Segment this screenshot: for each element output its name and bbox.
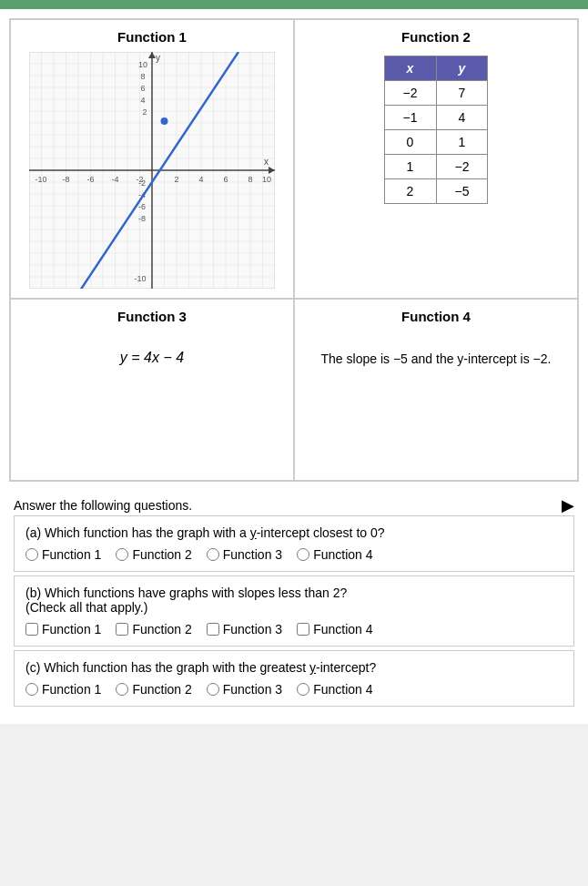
question-c-radio3[interactable] <box>207 683 219 696</box>
instructions-text: Answer the following questions. <box>14 498 192 513</box>
function4-description: The slope is −5 and the y-intercept is −… <box>321 350 552 369</box>
question-a-radio2[interactable] <box>116 548 128 561</box>
question-c-label3: Function 3 <box>223 682 282 697</box>
table-row: 1 −2 <box>384 155 488 179</box>
question-c-block: (c) Which function has the graph with th… <box>14 650 574 707</box>
svg-text:-4: -4 <box>111 175 118 184</box>
question-b-label1: Function 1 <box>42 622 101 636</box>
svg-text:-2: -2 <box>138 178 146 188</box>
question-c-options: Function 1 Function 2 Function 3 Functio… <box>25 682 563 697</box>
question-b-block: (b) Which functions have graphs with slo… <box>14 575 574 647</box>
question-b-label2: Function 2 <box>132 622 191 636</box>
functions-grid: Function 1 <box>9 18 579 482</box>
question-b-text: (b) Which functions have graphs with slo… <box>25 586 563 615</box>
table-row: −2 7 <box>384 81 488 106</box>
svg-text:2: 2 <box>174 175 178 184</box>
function1-graph-container: x y -10 -8 -6 -4 -2 2 4 6 8 10 10 8 <box>20 52 284 289</box>
question-a-option3[interactable]: Function 3 <box>207 547 282 562</box>
main-container: Function 1 <box>0 9 588 724</box>
question-b-option1[interactable]: Function 1 <box>25 622 101 636</box>
question-c-text: (c) Which function has the graph with th… <box>25 660 563 675</box>
question-a-label1: Function 1 <box>42 547 101 562</box>
question-c-option4[interactable]: Function 4 <box>297 682 372 697</box>
question-a-radio1[interactable] <box>25 548 38 561</box>
question-a-radio3[interactable] <box>207 548 219 561</box>
function1-title: Function 1 <box>117 29 187 45</box>
question-c-radio4[interactable] <box>297 683 309 696</box>
questions-section: Answer the following questions. ▶ (a) Wh… <box>9 491 579 715</box>
question-a-option1[interactable]: Function 1 <box>25 547 101 562</box>
table-row: 2 −5 <box>384 179 488 204</box>
svg-point-66 <box>161 117 168 125</box>
question-c-label2: Function 2 <box>132 682 191 697</box>
svg-text:8: 8 <box>140 72 145 81</box>
question-b-option4[interactable]: Function 4 <box>297 622 372 636</box>
table-cell: 0 <box>384 130 436 155</box>
question-c-label4: Function 4 <box>313 682 372 697</box>
question-a-option2[interactable]: Function 2 <box>116 547 191 562</box>
question-a-label2: Function 2 <box>132 547 191 562</box>
svg-text:2: 2 <box>142 107 147 117</box>
question-c-radio2[interactable] <box>116 683 128 696</box>
table-cell: −2 <box>436 155 488 179</box>
svg-text:10: 10 <box>262 175 271 184</box>
table-row: −1 4 <box>384 106 488 130</box>
table-cell: −1 <box>384 106 436 130</box>
table-cell: 1 <box>384 155 436 179</box>
svg-text:4: 4 <box>198 175 203 184</box>
question-b-label4: Function 4 <box>313 622 372 636</box>
function3-equation: y = 4x − 4 <box>120 350 184 366</box>
table-cell: 1 <box>436 130 488 155</box>
svg-text:8: 8 <box>248 175 252 184</box>
function4-title: Function 4 <box>401 309 471 324</box>
svg-text:-6: -6 <box>86 175 94 184</box>
function1-graph: x y -10 -8 -6 -4 -2 2 4 6 8 10 10 8 <box>29 52 275 289</box>
question-b-option3[interactable]: Function 3 <box>207 622 282 636</box>
question-a-radio4[interactable] <box>297 548 309 561</box>
question-a-options: Function 1 Function 2 Function 3 Functio… <box>25 547 563 562</box>
question-c-label1: Function 1 <box>42 682 101 697</box>
function1-cell: Function 1 <box>10 19 294 299</box>
table-cell: −5 <box>436 179 488 204</box>
question-a-label3: Function 3 <box>223 547 282 562</box>
question-a-label4: Function 4 <box>313 547 372 562</box>
function3-cell: Function 3 y = 4x − 4 <box>10 299 294 481</box>
question-c-option1[interactable]: Function 1 <box>25 682 101 697</box>
table-cell: −2 <box>384 81 436 106</box>
svg-text:x: x <box>264 157 269 167</box>
table-cell: 2 <box>384 179 436 204</box>
svg-text:-8: -8 <box>62 175 69 184</box>
svg-text:10: 10 <box>138 60 147 69</box>
svg-text:-10: -10 <box>35 175 46 184</box>
question-a-block: (a) Which function has the graph with a … <box>14 515 574 572</box>
top-bar <box>0 0 588 9</box>
table-cell: 7 <box>436 81 488 106</box>
svg-text:-8: -8 <box>138 214 146 223</box>
question-b-label3: Function 3 <box>223 622 282 636</box>
svg-text:-10: -10 <box>134 274 146 283</box>
question-b-checkbox3[interactable] <box>207 623 219 636</box>
function2-cell: Function 2 x y −2 7 −1 4 <box>294 19 578 299</box>
svg-text:4: 4 <box>140 96 145 105</box>
instructions-row: Answer the following questions. ▶ <box>14 495 574 515</box>
svg-text:6: 6 <box>140 84 145 93</box>
question-b-checkbox1[interactable] <box>25 623 38 636</box>
svg-text:y: y <box>156 53 160 63</box>
question-b-checkbox4[interactable] <box>297 623 309 636</box>
function2-title: Function 2 <box>401 29 471 45</box>
question-c-option3[interactable]: Function 3 <box>207 682 282 697</box>
svg-text:-6: -6 <box>138 202 146 211</box>
question-b-option2[interactable]: Function 2 <box>116 622 191 636</box>
question-a-option4[interactable]: Function 4 <box>297 547 372 562</box>
cursor-icon: ▶ <box>562 495 574 515</box>
table-header-x: x <box>384 56 436 81</box>
question-c-radio1[interactable] <box>25 683 38 696</box>
table-row: 0 1 <box>384 130 488 155</box>
question-b-options: Function 1 Function 2 Function 3 Functio… <box>25 622 563 636</box>
function2-table: x y −2 7 −1 4 0 1 <box>384 56 489 204</box>
question-c-option2[interactable]: Function 2 <box>116 682 191 697</box>
table-cell: 4 <box>436 106 488 130</box>
function3-title: Function 3 <box>117 309 187 324</box>
question-b-checkbox2[interactable] <box>116 623 128 636</box>
question-a-text: (a) Which function has the graph with a … <box>25 525 563 540</box>
